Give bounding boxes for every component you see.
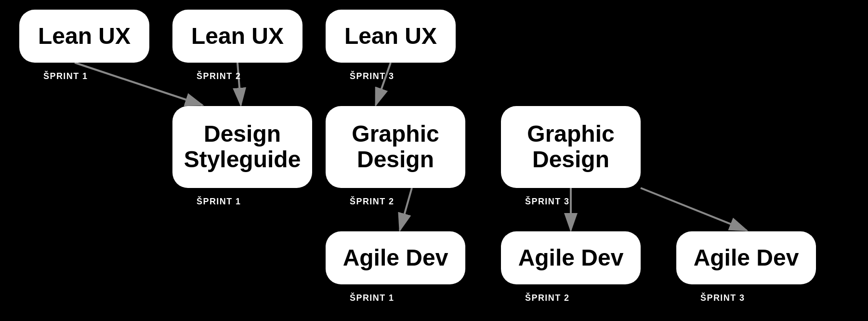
sp-agile1: ŠPRINT 1: [350, 293, 395, 303]
lean-ux-3-label: Lean UX: [344, 24, 437, 49]
lean-ux-1-label: Lean UX: [38, 24, 131, 49]
lean-ux-1: Lean UX: [19, 10, 149, 63]
graphic-design-1: GraphicDesign: [326, 106, 465, 188]
sp-agile2: ŠPRINT 2: [525, 293, 570, 303]
sp-gd3: ŠPRINT 3: [525, 197, 570, 207]
sp-ds1: ŠPRINT 1: [197, 197, 241, 207]
sp-lean1: ŠPRINT 1: [43, 71, 88, 81]
arrow-a3: [376, 63, 391, 105]
lean-ux-2-label: Lean UX: [191, 24, 284, 49]
graphic-design-1-label: GraphicDesign: [352, 121, 439, 173]
arrow-a6: [641, 188, 747, 230]
graphic-design-2: GraphicDesign: [501, 106, 641, 188]
lean-ux-2: Lean UX: [172, 10, 302, 63]
agile-dev-2-label: Agile Dev: [518, 245, 624, 271]
agile-dev-1: Agile Dev: [326, 231, 465, 284]
sp-lean2: ŠPRINT 2: [197, 71, 241, 81]
sp-gd2: ŠPRINT 2: [350, 197, 395, 207]
arrow-a1: [75, 63, 202, 105]
agile-dev-2: Agile Dev: [501, 231, 641, 284]
agile-dev-3-label: Agile Dev: [694, 245, 799, 271]
design-styleguide: DesignStyleguide: [172, 106, 312, 188]
design-styleguide-label: DesignStyleguide: [184, 121, 301, 173]
arrow-a4: [400, 188, 412, 230]
arrow-a2: [237, 63, 241, 105]
sp-lean3: ŠPRINT 3: [350, 71, 395, 81]
agile-dev-3: Agile Dev: [676, 231, 816, 284]
sp-agile3: ŠPRINT 3: [700, 293, 745, 303]
graphic-design-2-label: GraphicDesign: [527, 121, 614, 173]
lean-ux-3: Lean UX: [326, 10, 456, 63]
diagram: Lean UXLean UXLean UXDesignStyleguideGra…: [0, 0, 868, 321]
agile-dev-1-label: Agile Dev: [343, 245, 448, 271]
